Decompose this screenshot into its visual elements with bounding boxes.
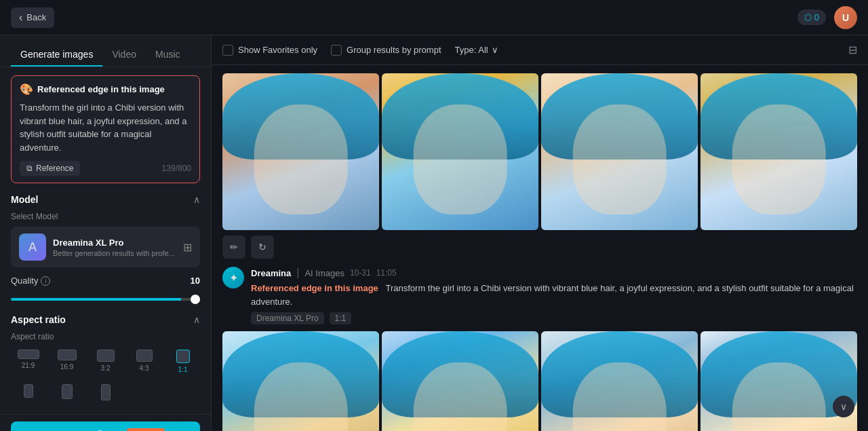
result-image-2[interactable] [382, 73, 538, 230]
prompt-ref-label: Referenced edge in this image [37, 84, 165, 94]
back-label: Back [26, 12, 46, 22]
aspect-item-1-1[interactable]: 1:1 [165, 347, 200, 376]
aspect-rect-21-9 [18, 350, 39, 359]
quality-slider[interactable] [11, 298, 200, 301]
model-section-header: Model ∧ [11, 194, 200, 205]
quality-info-icon: i [41, 276, 50, 286]
model-settings-button[interactable]: ⊞ [183, 241, 192, 254]
reference-icon: ⧉ [26, 164, 33, 173]
back-button[interactable]: ‹ Back [11, 7, 54, 28]
aspect-rect-3-2 [97, 350, 115, 362]
model-section-title: Model [11, 194, 38, 205]
filter-bar: Show Favorites only Group results by pro… [212, 35, 868, 65]
scroll-down-icon: ∨ [840, 401, 847, 412]
layout-button[interactable]: ⊟ [848, 43, 857, 56]
result-image-8[interactable] [701, 331, 857, 431]
aspect-ratio-title: Aspect ratio [11, 314, 66, 325]
message-time: 11:05 [376, 268, 397, 278]
group-by-prompt-filter[interactable]: Group results by prompt [331, 45, 441, 56]
aspect-rect-1-1 [176, 350, 190, 363]
second-image-grid [222, 331, 857, 431]
result-image-1[interactable] [222, 73, 379, 230]
refresh-button[interactable]: ↻ [251, 236, 274, 259]
message-channel: AI Images [304, 268, 344, 278]
quality-label: Quality i [11, 276, 50, 286]
message-author: Dreamina [251, 268, 291, 278]
generate-button[interactable]: Generate ⬡ 0 Try free [11, 421, 200, 431]
model-icon: A [19, 233, 46, 261]
main-layout: Generate images Video Music 🎨 Referenced… [0, 35, 868, 431]
content-area: Show Favorites only Group results by pro… [212, 35, 868, 431]
sidebar-content: 🎨 Referenced edge in this image Transfor… [0, 67, 211, 414]
show-favorites-filter[interactable]: Show Favorites only [222, 45, 317, 56]
group-by-prompt-checkbox[interactable] [331, 45, 342, 56]
tab-music[interactable]: Music [146, 43, 190, 67]
aspect-item-21-9[interactable]: 21:9 [11, 347, 45, 376]
message-avatar-icon: ✦ [229, 271, 238, 284]
aspect-ratio-section: Aspect ratio ∧ Aspect ratio 21:9 16:9 [11, 314, 200, 406]
quality-value: 10 [191, 276, 200, 286]
message-tags: Dreamina XL Pro 1:1 [251, 312, 857, 324]
model-info: Dreamina XL Pro Better generation result… [53, 238, 176, 257]
top-right-area: ⬡ 0 U [797, 6, 857, 29]
image-face-overlay-2 [413, 105, 507, 214]
first-image-grid [222, 73, 857, 230]
tab-video[interactable]: Video [102, 43, 146, 67]
aspect-rect-16-9 [58, 350, 77, 360]
result-image-6[interactable] [382, 331, 538, 431]
aspect-rect-extra-2 [62, 384, 73, 399]
result-image-3[interactable] [541, 73, 698, 230]
try-free-badge: Try free [127, 428, 165, 431]
aspect-item-4-3[interactable]: 4:3 [127, 347, 161, 376]
result-image-5[interactable] [222, 331, 379, 431]
model-name: Dreamina XL Pro [53, 238, 176, 248]
results-area[interactable]: ✏ ↻ ✦ Dreamina | AI Images [212, 65, 868, 431]
credit-badge: ⬡ 0 [797, 10, 826, 25]
aspect-item-16-9[interactable]: 16:9 [50, 347, 84, 376]
sidebar-tabs: Generate images Video Music [0, 35, 211, 67]
reference-button[interactable]: ⧉ Reference [20, 161, 80, 176]
show-favorites-checkbox[interactable] [222, 45, 233, 56]
aspect-ratio-label: Aspect ratio [11, 332, 200, 341]
prompt-emoji: 🎨 [20, 83, 33, 96]
reference-label: Reference [36, 164, 73, 173]
image-face-overlay-1 [254, 105, 348, 214]
credit-count: 0 [814, 12, 819, 22]
type-select[interactable]: Type: All ∨ [455, 45, 498, 55]
generate-label: Generate [46, 429, 90, 432]
model-card: A Dreamina XL Pro Better generation resu… [11, 227, 200, 267]
tab-generate-images[interactable]: Generate images [11, 43, 102, 67]
prompt-footer: ⧉ Reference 139/800 [20, 161, 191, 176]
aspect-ratio-header: Aspect ratio ∧ [11, 314, 200, 325]
aspect-item-3-2[interactable]: 3:2 [88, 347, 123, 376]
char-count: 139/800 [162, 164, 191, 173]
result-image-4[interactable] [701, 73, 857, 230]
scroll-down-button[interactable]: ∨ [833, 396, 854, 417]
generate-bar: Generate ⬡ 0 Try free [0, 414, 211, 431]
avatar[interactable]: U [834, 6, 857, 29]
model-collapse-button[interactable]: ∧ [193, 194, 200, 205]
type-label: Type: All [455, 45, 488, 55]
aspect-item-extra-2[interactable] [50, 381, 84, 406]
action-row: ✏ ↻ [222, 236, 857, 259]
generate-credit-count: 0 [110, 429, 115, 432]
quality-row: Quality i 10 [11, 276, 200, 286]
credit-icon: ⬡ [804, 12, 812, 22]
result-image-7[interactable] [541, 331, 698, 431]
prompt-text: Transform the girl into a Chibi version … [20, 101, 191, 154]
message-model-tag: Dreamina XL Pro [251, 312, 324, 324]
generate-credit-icon: ⬡ [96, 428, 104, 431]
message-date: 10-31 [350, 268, 371, 278]
aspect-rect-extra-1 [24, 384, 33, 398]
select-model-label: Select Model [11, 212, 200, 221]
sidebar: Generate images Video Music 🎨 Referenced… [0, 35, 212, 431]
edit-icon: ✏ [230, 242, 238, 252]
message-row: ✦ Dreamina | AI Images 10-31 11:05 Refer… [222, 267, 857, 324]
edit-button[interactable]: ✏ [222, 236, 245, 259]
top-bar: ‹ Back ⬡ 0 U [0, 0, 868, 35]
aspect-item-extra-1[interactable] [11, 381, 45, 406]
aspect-item-extra-3[interactable] [88, 381, 123, 406]
aspect-ratio-collapse-button[interactable]: ∧ [193, 314, 200, 325]
aspect-rect-4-3 [136, 350, 153, 362]
content-wrapper: ✏ ↻ ✦ Dreamina | AI Images [212, 65, 868, 431]
